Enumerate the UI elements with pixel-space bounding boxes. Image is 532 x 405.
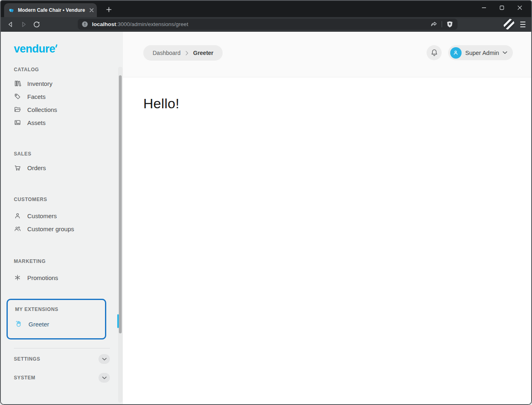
- user-icon: [14, 212, 21, 219]
- section-label-my-extensions: MY EXTENSIONS: [8, 306, 105, 313]
- url-path: :3000/admin/extensions/greet: [116, 21, 188, 27]
- window-controls: [475, 1, 529, 15]
- active-item-indicator: [117, 314, 119, 328]
- menu-icon[interactable]: [518, 20, 527, 28]
- folder-icon: [14, 106, 21, 113]
- main-area: Dashboard Greeter Super Admin Hello!: [123, 32, 531, 404]
- sidebar-item-promotions[interactable]: Promotions: [1, 271, 123, 284]
- logo-tick: [55, 44, 57, 48]
- profile-avatar[interactable]: [504, 19, 514, 30]
- sidebar-item-customer-groups[interactable]: Customer groups: [1, 222, 123, 235]
- share-icon[interactable]: [429, 20, 438, 28]
- greeting-text: Hello!: [143, 96, 531, 112]
- library-icon: [14, 80, 21, 87]
- chevron-right-icon: [186, 51, 188, 55]
- sidebar-divider: [14, 348, 110, 348]
- my-extensions-highlight-box: MY EXTENSIONS Greeter: [7, 299, 106, 339]
- tab-strip: Modern Cafe Chair • Vendure: [1, 1, 531, 17]
- user-menu-button[interactable]: Super Admin: [448, 45, 513, 60]
- breadcrumb-dashboard[interactable]: Dashboard: [153, 50, 181, 56]
- tab-title: Modern Cafe Chair • Vendure: [18, 7, 86, 13]
- chevron-down-icon: [503, 51, 507, 54]
- breadcrumb: Dashboard Greeter: [143, 45, 223, 61]
- url-host: localhost: [92, 21, 116, 27]
- tab-close-icon[interactable]: [90, 8, 94, 12]
- asterisk-icon: [14, 274, 21, 281]
- maximize-icon[interactable]: [493, 1, 511, 15]
- sidebar-section-system[interactable]: SYSTEM: [1, 370, 123, 386]
- vendure-favicon: [8, 7, 15, 13]
- users-icon: [14, 225, 21, 232]
- user-icon: [453, 50, 459, 56]
- back-icon[interactable]: [6, 20, 15, 29]
- reload-icon[interactable]: [32, 20, 41, 29]
- forward-icon[interactable]: [19, 20, 28, 29]
- browser-window: Modern Cafe Chair • Vendure: [0, 0, 532, 405]
- vendure-admin-page: vendure CATALOG Inventory Facets Collect…: [1, 32, 531, 404]
- sidebar-item-facets[interactable]: Facets: [1, 90, 123, 103]
- sidebar-item-assets[interactable]: Assets: [1, 116, 123, 129]
- close-icon[interactable]: [511, 1, 529, 15]
- notifications-button[interactable]: [427, 45, 442, 60]
- brave-shield-icon[interactable]: [446, 21, 453, 28]
- vendure-logo[interactable]: vendure: [14, 43, 123, 55]
- section-label-marketing: MARKETING: [1, 258, 123, 265]
- sidebar-item-customers[interactable]: Customers: [1, 209, 123, 222]
- sidebar-item-inventory[interactable]: Inventory: [1, 77, 123, 90]
- breadcrumb-greeter: Greeter: [193, 50, 214, 56]
- chevron-down-icon[interactable]: [99, 373, 110, 383]
- site-info-icon[interactable]: [82, 21, 88, 27]
- main-header: Dashboard Greeter Super Admin: [123, 32, 531, 77]
- section-label-sales: SALES: [1, 151, 123, 157]
- sidebar-item-collections[interactable]: Collections: [1, 103, 123, 116]
- sidebar-scrollbar-thumb[interactable]: [119, 75, 122, 333]
- tag-icon: [14, 93, 21, 100]
- sidebar-item-orders[interactable]: Orders: [1, 161, 123, 174]
- sidebar: vendure CATALOG Inventory Facets Collect…: [1, 32, 123, 404]
- section-label-customers: CUSTOMERS: [1, 196, 123, 203]
- toolbar-separator: [442, 21, 442, 27]
- hand-icon: [15, 320, 22, 328]
- page-content: Hello!: [123, 77, 531, 112]
- new-tab-icon[interactable]: [104, 5, 113, 14]
- user-name: Super Admin: [465, 50, 499, 56]
- cart-icon: [14, 164, 21, 171]
- chevron-down-icon[interactable]: [99, 354, 110, 364]
- minimize-icon[interactable]: [475, 1, 493, 15]
- sidebar-section-settings[interactable]: SETTINGS: [1, 351, 123, 367]
- address-bar[interactable]: localhost:3000/admin/extensions/greet: [78, 19, 458, 30]
- section-label-catalog: CATALOG: [1, 66, 123, 73]
- browser-tab[interactable]: Modern Cafe Chair • Vendure: [4, 3, 97, 17]
- browser-toolbar: localhost:3000/admin/extensions/greet: [1, 17, 531, 32]
- url-text[interactable]: localhost:3000/admin/extensions/greet: [92, 21, 429, 27]
- bell-icon: [431, 49, 438, 57]
- user-avatar: [450, 47, 462, 59]
- image-icon: [14, 119, 21, 126]
- sidebar-item-greeter[interactable]: Greeter: [8, 317, 105, 331]
